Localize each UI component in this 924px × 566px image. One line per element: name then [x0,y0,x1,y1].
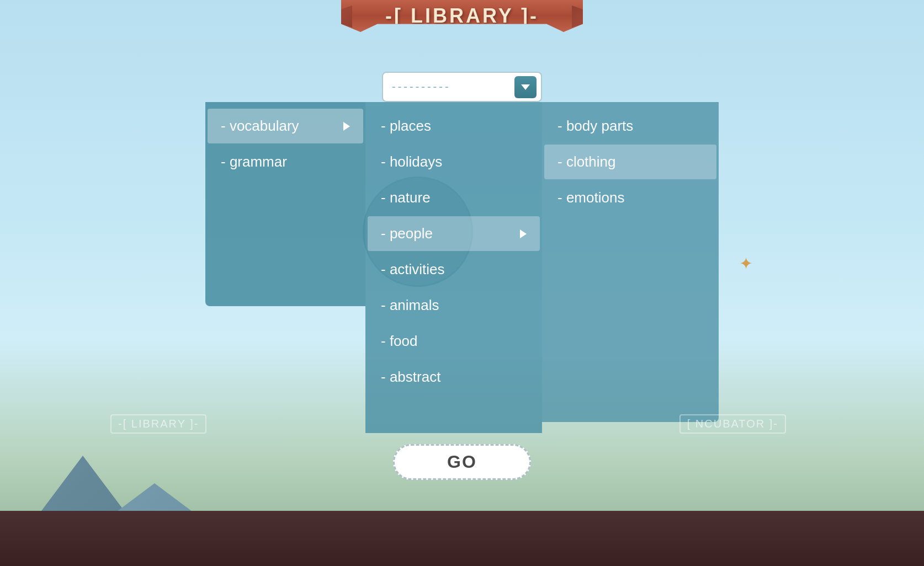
dropdown-selector[interactable]: ---------- [382,72,542,102]
menu-item-nature[interactable]: - nature [368,180,540,215]
go-button[interactable]: GO [393,444,531,480]
menu-item-people[interactable]: - people [368,216,540,251]
menu-panel-middle: - places - holidays - nature - people - … [365,102,542,433]
menu-panel-right: - body parts - clothing - emotions [542,102,719,422]
library-bottom-label: -[ LIBRARY ]- [110,414,206,434]
menu-item-activities[interactable]: - activities [368,252,540,287]
banner: -[ LIBRARY ]- [341,0,583,32]
menu-item-grammar[interactable]: - grammar [208,145,363,179]
ground [0,511,924,566]
menu-wrapper: - vocabulary - grammar - places - holida… [205,102,719,433]
banner-title: -[ LIBRARY ]- [385,4,539,27]
dropdown-placeholder: ---------- [392,81,451,93]
arrow-right-icon [520,229,527,238]
main-ui: ---------- - vocabulary - grammar - plac… [205,72,719,433]
incubator-bottom-label: [ NCUBATOR ]- [679,414,786,434]
star-decoration: ✦ [739,254,753,273]
menu-item-vocabulary[interactable]: - vocabulary [208,109,363,143]
menu-item-places[interactable]: - places [368,109,540,143]
menu-item-animals[interactable]: - animals [368,288,540,323]
menu-panel-left: - vocabulary - grammar [205,102,365,306]
menu-item-holidays[interactable]: - holidays [368,145,540,179]
chevron-down-icon [521,84,530,90]
menu-item-clothing[interactable]: - clothing [544,145,716,179]
menu-item-body-parts[interactable]: - body parts [544,109,716,143]
menu-item-food[interactable]: - food [368,324,540,359]
banner-container: -[ LIBRARY ]- [341,0,583,32]
arrow-right-icon [343,122,350,131]
dropdown-arrow-button[interactable] [514,76,537,98]
menu-item-abstract[interactable]: - abstract [368,360,540,394]
menu-item-emotions[interactable]: - emotions [544,180,716,215]
